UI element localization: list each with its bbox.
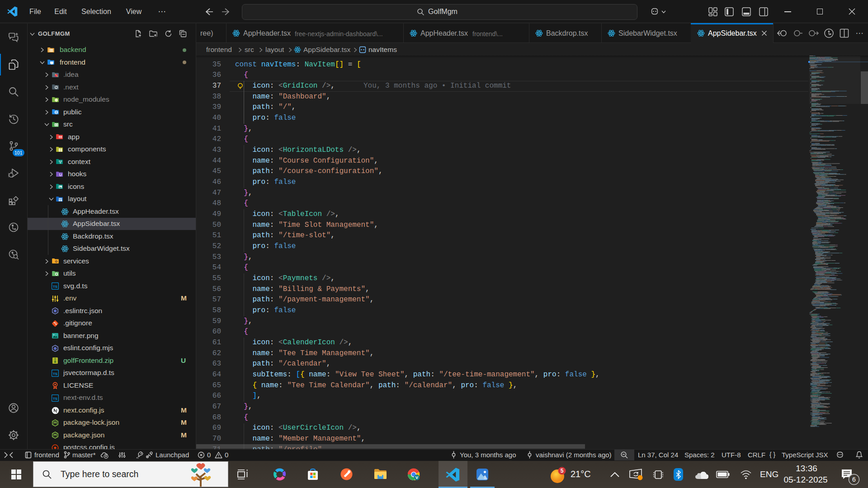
svg-text:6: 6 — [852, 476, 856, 483]
svg-text:5: 5 — [561, 468, 564, 474]
svg-text:V: V — [415, 475, 419, 480]
